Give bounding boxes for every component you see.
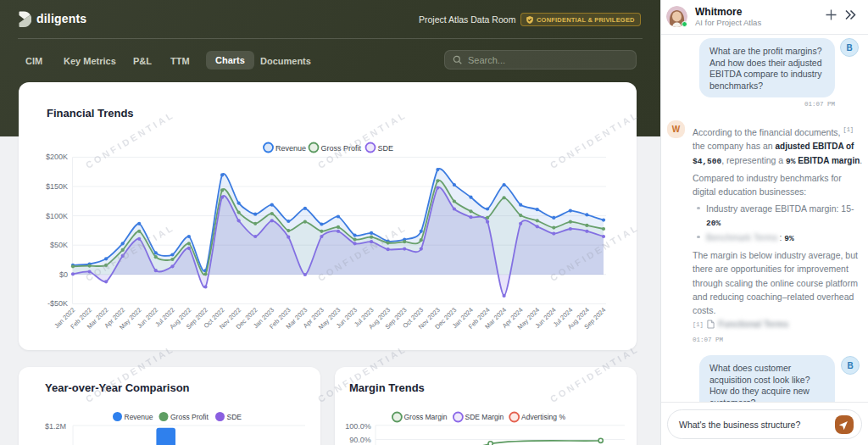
svg-text:$1.2M: $1.2M	[45, 422, 66, 431]
svg-text:Revenue: Revenue	[125, 413, 153, 421]
svg-text:$0: $0	[59, 270, 68, 279]
svg-text:Gross Margin: Gross Margin	[404, 413, 448, 421]
svg-text:-$50K: -$50K	[47, 299, 68, 308]
svg-text:Gross Profit: Gross Profit	[170, 413, 209, 421]
svg-text:$50K: $50K	[50, 241, 68, 249]
svg-text:SDE: SDE	[378, 144, 394, 153]
svg-text:Advertising %: Advertising %	[521, 413, 565, 421]
svg-text:Revenue: Revenue	[275, 144, 306, 153]
svg-text:Gross Profit: Gross Profit	[321, 144, 362, 153]
svg-text:100.0%: 100.0%	[345, 422, 371, 431]
svg-text:$100K: $100K	[46, 212, 68, 220]
svg-text:$150K: $150K	[46, 182, 68, 191]
svg-text:90.0%: 90.0%	[349, 436, 371, 444]
svg-text:$200K: $200K	[46, 153, 68, 161]
svg-text:SDE: SDE	[227, 413, 242, 421]
svg-text:SDE Margin: SDE Margin	[465, 413, 504, 421]
